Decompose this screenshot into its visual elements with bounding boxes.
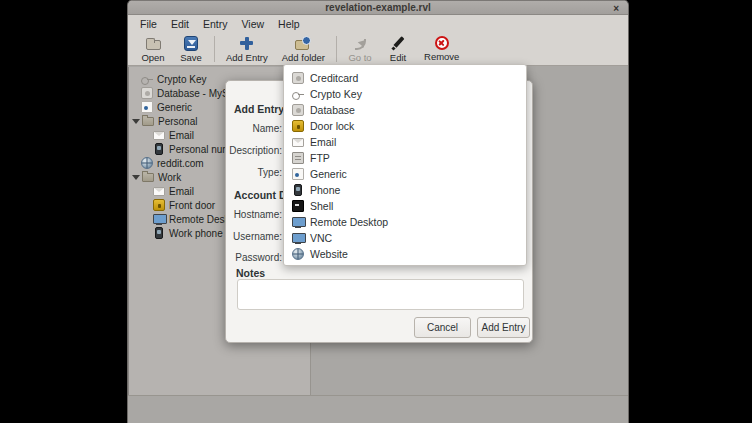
statusbar [128, 395, 628, 423]
creditcard-icon [292, 72, 304, 84]
hostname-label: Hostname: [234, 209, 282, 221]
database-icon [141, 87, 153, 99]
website-icon [292, 248, 304, 260]
save-button[interactable]: Save [172, 33, 210, 65]
type-dropdown-popup: Creditcard Crypto Key Database Door lock… [283, 64, 527, 266]
goto-arrow-icon [352, 36, 369, 51]
password-label: Password: [235, 252, 282, 264]
type-option-door-lock[interactable]: Door lock [284, 118, 526, 134]
save-icon [184, 36, 198, 51]
door-lock-icon [292, 120, 304, 132]
menu-help[interactable]: Help [271, 16, 307, 32]
menu-entry[interactable]: Entry [196, 16, 235, 32]
ftp-icon [292, 152, 304, 164]
type-option-crypto-key[interactable]: Crypto Key [284, 86, 526, 102]
shell-icon [292, 200, 304, 212]
close-icon[interactable]: × [613, 2, 619, 15]
expander-down-icon[interactable] [132, 175, 140, 180]
toolbar-separator [336, 36, 337, 62]
add-plus-icon [238, 36, 255, 51]
email-icon [153, 187, 165, 196]
window-title: revelation-example.rvl [325, 2, 431, 13]
open-folder-icon [145, 36, 162, 51]
username-label: Username: [233, 231, 282, 243]
folder-icon [142, 117, 154, 126]
generic-icon [141, 101, 153, 113]
key-icon [141, 73, 153, 85]
goto-button[interactable]: Go to [341, 33, 379, 65]
generic-icon [292, 168, 304, 180]
dialog-header: Add Entry [234, 103, 284, 115]
type-option-creditcard[interactable]: Creditcard [284, 70, 526, 86]
key-icon [292, 88, 304, 100]
database-icon [292, 104, 304, 116]
remote-desktop-icon [153, 213, 165, 225]
type-option-database[interactable]: Database [284, 102, 526, 118]
titlebar[interactable]: revelation-example.rvl × [128, 0, 628, 15]
type-option-vnc[interactable]: VNC [284, 230, 526, 246]
phone-icon [294, 184, 302, 196]
remote-desktop-icon [292, 216, 304, 228]
add-folder-button[interactable]: Add folder [275, 33, 332, 65]
name-label: Name: [253, 123, 282, 135]
notes-label: Notes [236, 267, 265, 279]
type-label: Type: [258, 167, 282, 179]
door-lock-icon [153, 199, 165, 211]
email-icon [292, 138, 304, 147]
vnc-icon [292, 232, 304, 244]
remove-button[interactable]: Remove [417, 33, 466, 65]
email-icon [153, 131, 165, 140]
add-folder-icon [295, 36, 312, 51]
expander-down-icon[interactable] [132, 119, 140, 124]
cancel-button[interactable]: Cancel [414, 317, 471, 338]
type-option-ftp[interactable]: FTP [284, 150, 526, 166]
type-option-website[interactable]: Website [284, 246, 526, 262]
notes-input[interactable] [237, 279, 524, 310]
type-option-email[interactable]: Email [284, 134, 526, 150]
toolbar-separator [214, 36, 215, 62]
type-option-phone[interactable]: Phone [284, 182, 526, 198]
toolbar: Open Save Add Entry Add folder Go to [128, 33, 628, 66]
add-entry-button[interactable]: Add Entry [219, 33, 275, 65]
edit-button[interactable]: Edit [379, 33, 417, 65]
menu-file[interactable]: File [133, 16, 164, 32]
website-icon [141, 157, 153, 169]
phone-icon [155, 143, 163, 155]
folder-icon [142, 173, 154, 182]
open-button[interactable]: Open [134, 33, 172, 65]
menubar: File Edit Entry View Help [128, 15, 628, 33]
edit-pencil-icon [390, 36, 407, 51]
desktop-background: revelation-example.rvl × File Edit Entry… [0, 0, 752, 423]
remove-circle-icon [435, 36, 449, 50]
menu-view[interactable]: View [235, 16, 272, 32]
type-option-remote-desktop[interactable]: Remote Desktop [284, 214, 526, 230]
phone-icon [155, 227, 163, 239]
type-option-shell[interactable]: Shell [284, 198, 526, 214]
add-entry-submit-button[interactable]: Add Entry [477, 317, 530, 338]
description-label: Description: [229, 145, 282, 157]
menu-edit[interactable]: Edit [164, 16, 196, 32]
type-option-generic[interactable]: Generic [284, 166, 526, 182]
